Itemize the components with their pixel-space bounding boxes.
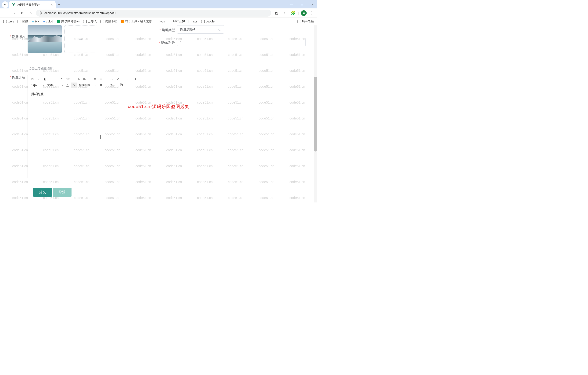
bookmark-vpn[interactable]: vpn bbox=[156, 20, 165, 23]
new-tab-button[interactable]: + bbox=[56, 1, 62, 8]
clear-format-button[interactable]: T bbox=[108, 83, 114, 88]
browser-window: 校园生活服务平台 × + — ◻ ✕ ← → ⟳ ⌂ ⓘ localhost:8… bbox=[0, 0, 317, 203]
maximize-button[interactable]: ◻ bbox=[297, 1, 307, 8]
reload-button[interactable]: ⟳ bbox=[19, 10, 26, 16]
type-select[interactable]: 跑腿类型4 bbox=[177, 25, 224, 34]
photo-thumbnail[interactable] bbox=[28, 25, 62, 53]
unordered-list-button[interactable]: ☰ bbox=[98, 76, 104, 82]
image-button[interactable]: 🖼 bbox=[119, 83, 124, 88]
editor-text: 测试跑腿 bbox=[31, 92, 44, 96]
bookmarks-bar: tools 宝藏 ∞txy ∞uplod 共享账号密码 已导入 视频下载 站长工… bbox=[0, 18, 317, 25]
italic-button[interactable]: I bbox=[36, 76, 42, 82]
bg-color-button[interactable]: A bbox=[71, 83, 77, 88]
form-actions: 提交 取消 bbox=[4, 188, 313, 197]
upload-hint: 点击上传跑腿照片 bbox=[29, 66, 154, 71]
bookmark-uplod[interactable]: ∞uplod bbox=[42, 20, 53, 23]
back-button[interactable]: ← bbox=[2, 10, 9, 16]
vue-favicon-icon bbox=[12, 3, 15, 7]
forward-button[interactable]: → bbox=[11, 10, 17, 16]
upload-button[interactable]: + bbox=[64, 25, 97, 53]
close-window-button[interactable]: ✕ bbox=[307, 1, 317, 8]
format-select[interactable]: 文本 bbox=[46, 83, 64, 88]
h1-button[interactable]: H₁ bbox=[75, 76, 81, 82]
bookmark-tools[interactable]: tools bbox=[3, 20, 14, 23]
bookmark-video-dl[interactable]: 视频下载 bbox=[101, 19, 117, 23]
code-button[interactable]: </> bbox=[65, 76, 71, 82]
ordered-list-button[interactable]: ≡ bbox=[92, 76, 98, 82]
strike-button[interactable]: S bbox=[49, 76, 54, 82]
bookmark-txy[interactable]: ∞txy bbox=[32, 20, 39, 23]
intro-label: 跑腿介绍 bbox=[4, 75, 28, 79]
bookmark-star-icon[interactable]: ☆ bbox=[281, 10, 288, 16]
page-content: code51.cncode51.cncode51.cncode51.cncode… bbox=[0, 25, 317, 203]
submit-button[interactable]: 提交 bbox=[33, 188, 52, 197]
watermark-banner: code51.cn-源码乐园盗图必究 bbox=[128, 104, 189, 110]
browser-menu-icon[interactable]: ⋮ bbox=[308, 10, 315, 16]
subscript-button[interactable]: x₂ bbox=[109, 76, 114, 82]
url-text: localhost:8080/xyshfwpt/admin/dist/index… bbox=[44, 11, 116, 15]
indent-button[interactable]: ⇥ bbox=[132, 76, 137, 82]
tab-history-button[interactable] bbox=[2, 1, 8, 8]
bookmark-max[interactable]: Max云梯 bbox=[169, 19, 185, 23]
editor-toolbar: B I U S ” </> H₁ H₂ ≡ bbox=[28, 75, 159, 89]
tab-title: 校园生活服务平台 bbox=[17, 3, 49, 7]
form: 跑腿照片 + 点击上传跑腿照片 bbox=[0, 25, 317, 201]
plus-icon: + bbox=[79, 35, 83, 43]
lens-icon[interactable]: ◩ bbox=[273, 10, 280, 16]
align-button[interactable]: ≡ bbox=[98, 83, 104, 88]
text-cursor-icon bbox=[100, 135, 101, 139]
tab-close-icon[interactable]: × bbox=[51, 3, 53, 7]
all-bookmarks[interactable]: 所有书签 bbox=[297, 19, 314, 23]
font-family-select[interactable]: 标准字体 bbox=[77, 83, 97, 88]
photo-label: 跑腿照片 bbox=[4, 25, 28, 39]
cancel-button[interactable]: 取消 bbox=[53, 188, 72, 197]
price-input[interactable]: 1 bbox=[177, 38, 306, 46]
text-color-button[interactable]: A bbox=[65, 83, 70, 88]
bookmark-zhanzhang[interactable]: 站长工具 - 站长之家 bbox=[121, 19, 152, 23]
rich-text-editor: B I U S ” </> H₁ H₂ ≡ bbox=[28, 75, 159, 178]
site-info-icon[interactable]: ⓘ bbox=[39, 11, 42, 15]
price-label: 现价/积分 bbox=[154, 38, 177, 45]
blockquote-button[interactable]: ” bbox=[59, 76, 64, 82]
type-value: 跑腿类型4 bbox=[180, 27, 195, 32]
bookmark-shared-pwd[interactable]: 共享账号密码 bbox=[57, 19, 79, 23]
profile-avatar[interactable]: W bbox=[301, 10, 307, 16]
underline-button[interactable]: U bbox=[42, 76, 48, 82]
bold-button[interactable]: B bbox=[30, 76, 35, 82]
outdent-button[interactable]: ⇤ bbox=[125, 76, 131, 82]
bookmark-google[interactable]: google bbox=[201, 20, 215, 23]
bookmark-baozang[interactable]: 宝藏 bbox=[18, 19, 28, 23]
titlebar: 校园生活服务平台 × + — ◻ ✕ bbox=[0, 0, 317, 8]
editor-content-area[interactable]: 测试跑腿 bbox=[28, 89, 159, 178]
h2-button[interactable]: H₂ bbox=[82, 76, 87, 82]
chevron-down-icon bbox=[4, 3, 7, 6]
extensions-icon[interactable]: 🧩 bbox=[290, 10, 296, 16]
minimize-button[interactable]: — bbox=[286, 1, 297, 8]
superscript-button[interactable]: x² bbox=[115, 76, 121, 82]
browser-tab[interactable]: 校园生活服务平台 × bbox=[9, 1, 56, 8]
home-button[interactable]: ⌂ bbox=[28, 10, 34, 16]
bookmark-imported[interactable]: 已导入 bbox=[83, 19, 97, 23]
bookmark-vps[interactable]: vps bbox=[189, 20, 198, 23]
address-bar: ← → ⟳ ⌂ ⓘ localhost:8080/xyshfwpt/admin/… bbox=[0, 8, 317, 18]
price-value: 1 bbox=[180, 40, 182, 44]
font-size-select[interactable]: 14px bbox=[30, 83, 45, 88]
type-label: 跑腿类型 bbox=[154, 25, 177, 32]
url-box[interactable]: ⓘ localhost:8080/xyshfwpt/admin/dist/ind… bbox=[36, 10, 271, 17]
